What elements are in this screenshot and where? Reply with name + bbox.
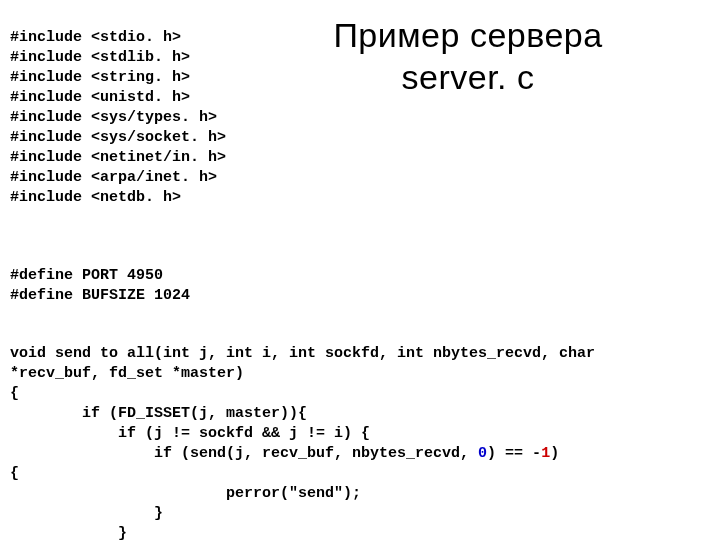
include-line: #include <string. h> — [10, 69, 190, 86]
include-line: #include <netinet/in. h> — [10, 149, 226, 166]
number-literal: 0 — [478, 445, 487, 462]
code-block: void send to all(int j, int i, int sockf… — [10, 324, 710, 540]
code-line: *recv_buf, fd_set *master) — [10, 365, 244, 382]
code-line: perror("send"); — [10, 485, 361, 502]
title-line-1: Пример сервера — [226, 14, 710, 56]
include-line: #include <sys/socket. h> — [10, 129, 226, 146]
include-line: #include <unistd. h> — [10, 89, 190, 106]
code-line: if (FD_ISSET(j, master)){ — [10, 405, 307, 422]
include-line: #include <arpa/inet. h> — [10, 169, 217, 186]
define-line: #define BUFSIZE 1024 — [10, 287, 190, 304]
include-line: #include <sys/types. h> — [10, 109, 217, 126]
code-line: void send to all(int j, int i, int sockf… — [10, 345, 595, 362]
include-line: #include <netdb. h> — [10, 189, 181, 206]
includes-block: #include <stdio. h> #include <stdlib. h>… — [10, 8, 226, 228]
code-line: if (send(j, recv_buf, nbytes_recvd, 0) =… — [10, 445, 559, 462]
code-line: } — [10, 505, 163, 522]
code-line: { — [10, 385, 19, 402]
include-line: #include <stdio. h> — [10, 29, 181, 46]
include-line: #include <stdlib. h> — [10, 49, 190, 66]
title-line-2: server. c — [226, 56, 710, 98]
number-literal: 1 — [541, 445, 550, 462]
code-line: if (j != sockfd && j != i) { — [10, 425, 370, 442]
defines-block: #define PORT 4950 #define BUFSIZE 1024 — [10, 246, 710, 306]
define-line: #define PORT 4950 — [10, 267, 163, 284]
slide-title: Пример сервера server. c — [226, 14, 710, 98]
code-line: { — [10, 465, 19, 482]
code-line: } — [10, 525, 127, 540]
